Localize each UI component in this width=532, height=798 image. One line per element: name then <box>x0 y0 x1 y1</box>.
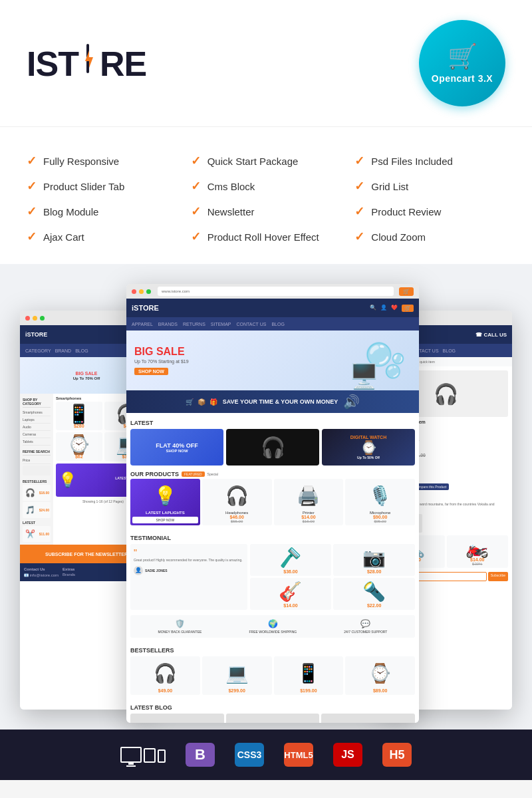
author-avatar: 👤 <box>134 566 143 575</box>
author-name: SADIE JONES <box>145 569 168 573</box>
hero-device-img: 🖥️ <box>349 362 379 390</box>
latest-header: LATEST <box>126 413 419 429</box>
lamp-shop-now: SHOP NOW <box>132 517 198 523</box>
product-mic-old: $95.00 <box>347 519 413 523</box>
html5-logo: HTML5 <box>284 743 313 767</box>
testimonial-products-grid: 🪒 $36.00 📷 $28.00 🎸 $14.00 <box>250 544 415 610</box>
tablet-shape <box>144 748 156 763</box>
checkmark-icon: ✓ <box>191 204 201 219</box>
cart-icon: 🛒 <box>448 43 477 70</box>
feature-grid-list: ✓ Grid List <box>354 179 505 194</box>
checkmark-icon: ✓ <box>191 229 201 244</box>
testimonial-header: TESTIMONIAL <box>126 528 419 544</box>
shipping-guarantee: 🛡️ MONEY BACK GUARANTEE <box>158 619 202 634</box>
save-banner: 🛒 📦 🎁 SAVE YOUR TIME & YOUR OWN MONEY 🔊 <box>126 390 419 413</box>
bestseller-img-2: 💻 <box>204 658 270 688</box>
special-tab: Special <box>207 472 218 476</box>
browser-bar-center: www.istore.com 🛒 <box>126 284 419 299</box>
product-price-3: $11.00 <box>39 532 49 536</box>
bootstrap-logo: B <box>186 743 215 767</box>
related-img-2: 🏍️ <box>449 537 507 557</box>
digital-watch-text: DIGITAL WATCH <box>350 435 386 440</box>
test-product-price-3: $14.00 <box>252 603 330 608</box>
testimonial-title: TESTIMONIAL <box>130 535 171 541</box>
feature-label: Fully Responsive <box>43 156 119 167</box>
product-card-price-1: $280 <box>58 424 100 428</box>
checkmark-icon: ✓ <box>27 229 37 244</box>
feature-label: Product Slider Tab <box>43 181 124 192</box>
checkmark-icon: ✓ <box>191 179 201 194</box>
screenshots-section: iSTORE Category Brand Blog BIG SALEUp To… <box>0 264 532 730</box>
logo-ist: IST <box>27 45 78 83</box>
blog-img-2: 🎬 <box>226 714 320 723</box>
guarantee-text: MONEY BACK GUARANTEE <box>158 630 202 634</box>
heart-icon-header: ❤️ <box>391 305 398 312</box>
product-headphones-img: 🎧 <box>204 481 270 511</box>
html5-2-tech: H5 <box>382 743 412 767</box>
test-product-img-3: 🎸 <box>252 580 330 603</box>
product-card-left-1: 📱 $280 <box>56 402 102 430</box>
product-printer: 🖨️ Printer $14.00 $16.00 <box>274 479 344 525</box>
product-headphones-price: $46.00 <box>204 515 270 519</box>
price-filter: Price <box>23 457 51 464</box>
product-mic: 🎙️ Microphone $90.00 $95.00 <box>345 479 415 525</box>
checkmark-icon: ✓ <box>27 154 37 168</box>
latest-title: LATEST <box>130 420 153 426</box>
product-printer-img: 🖨️ <box>276 481 342 511</box>
dot-red <box>132 289 136 294</box>
html5-tech: HTML5 <box>284 743 313 767</box>
testimonial-text: Great product! Highly recommended for ev… <box>134 558 244 563</box>
header-icons: 🔍 👤 ❤️ 🛒 <box>370 305 414 312</box>
our-products-header: OUR PRODUCTS FEATURED Special <box>126 468 419 479</box>
dot-yellow <box>139 289 144 294</box>
test-product-price-2: $28.00 <box>335 569 413 574</box>
phone-shape <box>158 749 166 763</box>
feature-psd: ✓ Psd Files Included <box>354 154 505 168</box>
product-printer-old: $16.00 <box>276 519 342 523</box>
call-us: ☎ CALL US <box>475 332 507 338</box>
related-old-2: $30% <box>449 562 507 566</box>
screen-center: www.istore.com 🛒 iSTORE 🔍 👤 ❤️ 🛒 APPAREL <box>126 284 419 723</box>
sass-tech: JS <box>333 743 362 767</box>
hero-content-center: BIG SALE Up To 70% Starting at $19 SHOP … <box>134 346 189 376</box>
test-product-3: 🎸 $14.00 <box>250 578 332 610</box>
feature-label: Blog Module <box>43 206 98 217</box>
logo-text: IST RE <box>27 45 146 81</box>
shipping-worldwide: 🌍 FREE WORLDWIDE SHIPPING <box>249 619 297 634</box>
headphones-icon: 🎧 <box>261 436 285 459</box>
dot-green <box>40 316 45 321</box>
product-headphones: 🎧 Headphones $46.00 $55.00 <box>202 479 272 525</box>
feature-cloud-zoom: ✓ Cloud Zoom <box>354 229 505 244</box>
cart-button-header[interactable]: 🛒 <box>399 287 414 296</box>
shop-now-btn[interactable]: SHOP NOW <box>134 368 168 375</box>
hero-text-left: BIG SALEUp To 70% Off <box>73 371 100 380</box>
save-icons: 🛒 📦 🎁 <box>186 398 217 406</box>
dot-red <box>25 316 30 321</box>
logo-lightning-icon <box>80 44 98 74</box>
product-info-2: $24.00 <box>39 508 49 512</box>
banner-digital-watch: DIGITAL WATCH ⌚ Up To 50% Off <box>322 429 415 466</box>
worldwide-icon: 🌍 <box>268 619 278 628</box>
responsive-icon <box>120 747 166 763</box>
bestseller-price-1: $49.00 <box>132 688 198 693</box>
test-product-img-1: 🪒 <box>252 546 330 569</box>
quote-icon: " <box>134 547 244 558</box>
bestsellers-row: 🎧 $49.00 💻 $299.00 📱 $199.00 ⌚ $89.00 <box>126 656 419 698</box>
product-card-img-3: ⌚ <box>58 434 100 454</box>
product-img-3: ✂️ <box>24 527 37 541</box>
gift-icon: 🎁 <box>209 398 217 406</box>
test-product-1: 🪒 $36.00 <box>250 544 332 576</box>
features-section: ✓ Fully Responsive ✓ Quick Start Package… <box>0 127 532 264</box>
url-text: www.istore.com <box>162 289 190 293</box>
feature-roll-hover: ✓ Product Roll Hover Effect <box>191 229 342 244</box>
bestseller-img-1: 🎧 <box>132 658 198 688</box>
banner-flat-off: FLAT 40% OFF SHOP NOW <box>130 429 223 466</box>
save-text: SAVE YOUR TIME & YOUR OWN MONEY <box>223 398 338 405</box>
cart-icon-header: 🛒 <box>402 305 414 312</box>
subscribe-btn[interactable]: Subscribe <box>488 572 508 581</box>
bestsellers-center-header: BESTSELLERS <box>126 640 419 656</box>
product-info-3: $11.00 <box>39 532 49 536</box>
lamp-label: LATEST LAPLIGHTS <box>132 511 198 515</box>
watch-icon: ⌚ <box>360 440 377 456</box>
dot-green <box>146 289 151 294</box>
